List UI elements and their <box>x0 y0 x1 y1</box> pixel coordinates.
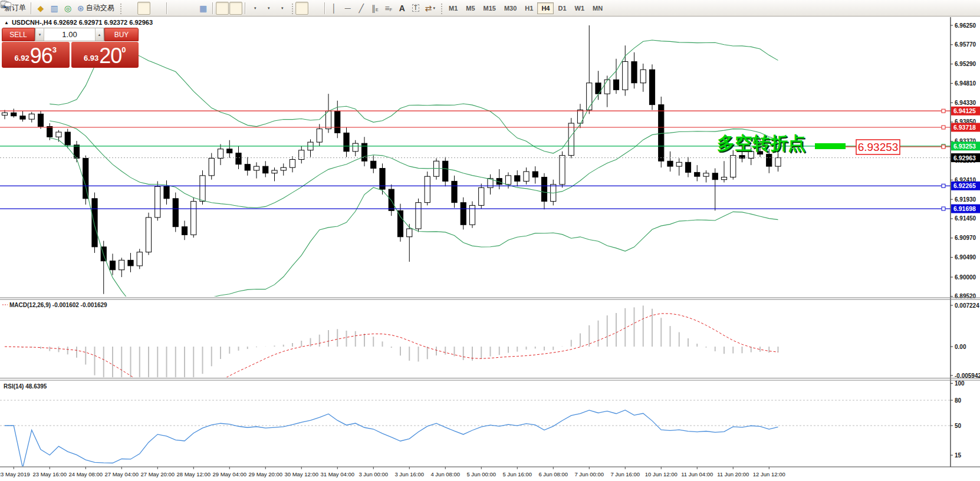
svg-text:100: 100 <box>955 380 965 387</box>
svg-text:6.93718: 6.93718 <box>953 124 976 131</box>
timeframe-button-h1[interactable]: H1 <box>521 2 537 14</box>
svg-text:5 Jun 00:00: 5 Jun 00:00 <box>466 471 496 477</box>
zoom-in-icon[interactable] <box>170 2 183 15</box>
add-indicator-button[interactable]: ▾ <box>248 2 261 15</box>
toolbar-separator <box>166 2 167 14</box>
panel-splitter-rsi[interactable] <box>0 377 980 381</box>
svg-text:12 Jun 12:00: 12 Jun 12:00 <box>753 471 785 477</box>
sell-price-big: 96 <box>30 46 52 66</box>
bar-chart-icon[interactable] <box>124 2 137 15</box>
svg-text:6 Jun 08:00: 6 Jun 08:00 <box>538 471 568 477</box>
svg-text:80: 80 <box>955 397 962 404</box>
svg-text:23 May 16:00: 23 May 16:00 <box>32 471 67 477</box>
svg-text:7 Jun 00:00: 7 Jun 00:00 <box>574 471 604 477</box>
equidistant-channel-tool[interactable]: ∥E <box>369 2 382 15</box>
sell-price-small: 6.92 <box>14 54 29 62</box>
svg-text:6.91930: 6.91930 <box>955 196 976 203</box>
sell-button[interactable]: SELL <box>2 28 35 41</box>
toolbar-separator <box>324 2 325 14</box>
svg-text:MACD(12,26,9) -0.001602 -0.001: MACD(12,26,9) -0.001602 -0.001629 <box>9 302 107 308</box>
mt4-window: 新订单 ◆ ▥ ◎ ⊛ 自动交易 ▦ <box>0 0 980 481</box>
svg-text:6.94810: 6.94810 <box>955 80 976 87</box>
buy-price-big: 20 <box>99 46 121 66</box>
fibonacci-tool[interactable]: ≡F <box>382 2 395 15</box>
templates-button[interactable]: ▾ <box>275 2 288 15</box>
timeframe-button-m5[interactable]: M5 <box>462 2 479 14</box>
zoom-out-icon[interactable] <box>183 2 196 15</box>
vertical-line-tool[interactable]: │ <box>328 2 341 15</box>
chat-icon[interactable] <box>965 2 978 15</box>
svg-text:27 May 04:00: 27 May 04:00 <box>104 471 139 477</box>
candlestick-chart-icon[interactable] <box>137 2 150 15</box>
market-watch-icon[interactable]: ◆ <box>34 2 47 15</box>
text-label-tool[interactable]: T <box>409 2 422 15</box>
svg-text:6.90490: 6.90490 <box>955 254 976 261</box>
svg-text:6.92963: 6.92963 <box>953 154 976 162</box>
toolbar-separator <box>31 2 32 14</box>
panel-splitter-macd[interactable] <box>0 296 980 300</box>
buy-price-box[interactable]: 6.93 20 0 <box>71 42 139 68</box>
svg-text:4 Jun 08:00: 4 Jun 08:00 <box>430 471 460 477</box>
svg-text:30 May 12:00: 30 May 12:00 <box>284 471 318 477</box>
timeframe-button-w1[interactable]: W1 <box>571 2 589 14</box>
sell-price-box[interactable]: 6.92 96 3 <box>2 42 70 68</box>
volume-increase-button[interactable]: ▴ <box>95 28 104 41</box>
data-window-icon[interactable]: ▥ <box>48 2 61 15</box>
buy-price-small: 6.93 <box>84 54 98 62</box>
svg-text:28 May 12:00: 28 May 12:00 <box>176 471 211 477</box>
signals-icon[interactable]: ◎ <box>61 2 74 15</box>
toolbar-grip[interactable] <box>119 2 121 14</box>
svg-text:6.93253: 6.93253 <box>858 141 899 153</box>
chart-title: ▲ USDCNH-,H4 6.92692 6.92971 6.92372 6.9… <box>4 19 153 26</box>
autotrade-button[interactable]: ⊛ 自动交易 <box>75 2 117 15</box>
collapse-triangle-icon[interactable]: ▲ <box>4 20 9 25</box>
volume-value[interactable]: 1.00 <box>44 28 95 41</box>
timeframe-button-h4[interactable]: H4 <box>537 2 554 14</box>
chart-shift-icon[interactable] <box>229 2 242 15</box>
timeframe-button-m1[interactable]: M1 <box>445 2 462 14</box>
auto-scroll-icon[interactable] <box>216 2 229 15</box>
crosshair-icon[interactable] <box>309 2 322 15</box>
svg-text:15: 15 <box>955 452 962 459</box>
arrows-tool[interactable]: ⇄▾ <box>423 2 438 15</box>
svg-text:6.94330: 6.94330 <box>955 100 976 106</box>
svg-text:6.96250: 6.96250 <box>955 22 976 29</box>
svg-text:6.94125: 6.94125 <box>953 107 976 114</box>
svg-text:6.93253: 6.93253 <box>953 143 976 150</box>
autotrade-globe-icon: ⊛ <box>77 4 84 12</box>
svg-text:27 May 20:00: 27 May 20:00 <box>140 471 175 477</box>
toolbar-grip[interactable] <box>440 2 442 14</box>
toolbar-grip[interactable] <box>291 2 293 14</box>
svg-text:多空转折点: 多空转折点 <box>717 133 805 153</box>
tile-windows-icon[interactable]: ▦ <box>197 2 210 15</box>
search-icon[interactable] <box>951 2 964 15</box>
svg-text:0.007224: 0.007224 <box>955 302 979 309</box>
svg-text:6.95770: 6.95770 <box>955 41 976 48</box>
svg-text:10 Jun 12:00: 10 Jun 12:00 <box>645 471 678 477</box>
timeframe-button-d1[interactable]: D1 <box>554 2 570 14</box>
buy-button[interactable]: BUY <box>104 28 139 41</box>
svg-text:23 May 2019: 23 May 2019 <box>0 471 30 477</box>
horizontal-line-tool[interactable]: ─ <box>341 2 354 15</box>
svg-text:3 Jun 16:00: 3 Jun 16:00 <box>394 471 424 477</box>
timeframe-button-m15[interactable]: M15 <box>479 2 500 14</box>
svg-text:6.91698: 6.91698 <box>953 205 976 212</box>
dropdown-caret-icon: ▾ <box>281 6 284 11</box>
svg-text:6.90970: 6.90970 <box>955 235 976 241</box>
dropdown-caret-icon: ▾ <box>433 6 435 11</box>
svg-text:6.92265: 6.92265 <box>953 182 976 189</box>
line-chart-icon[interactable] <box>151 2 164 15</box>
text-tool[interactable]: A <box>396 2 409 15</box>
svg-text:11 Jun 20:00: 11 Jun 20:00 <box>717 471 749 477</box>
svg-text:6.95290: 6.95290 <box>955 61 976 67</box>
trendline-tool[interactable]: ╱ <box>355 2 368 15</box>
main-toolbar: 新订单 ◆ ▥ ◎ ⊛ 自动交易 ▦ <box>0 0 980 17</box>
svg-text:11 Jun 04:00: 11 Jun 04:00 <box>681 471 713 477</box>
volume-decrease-button[interactable]: ▾ <box>35 28 44 41</box>
cursor-icon[interactable] <box>295 2 308 15</box>
svg-text:0.00: 0.00 <box>955 344 966 350</box>
timeframe-button-m30[interactable]: M30 <box>500 2 521 14</box>
timeframe-button-mn[interactable]: MN <box>588 2 607 14</box>
timeframes-clock-button[interactable]: ▾ <box>262 2 275 15</box>
price-chart-canvas: 多空转折点多空转折点6.93253MACD(12,26,9) -0.001602… <box>0 0 980 481</box>
